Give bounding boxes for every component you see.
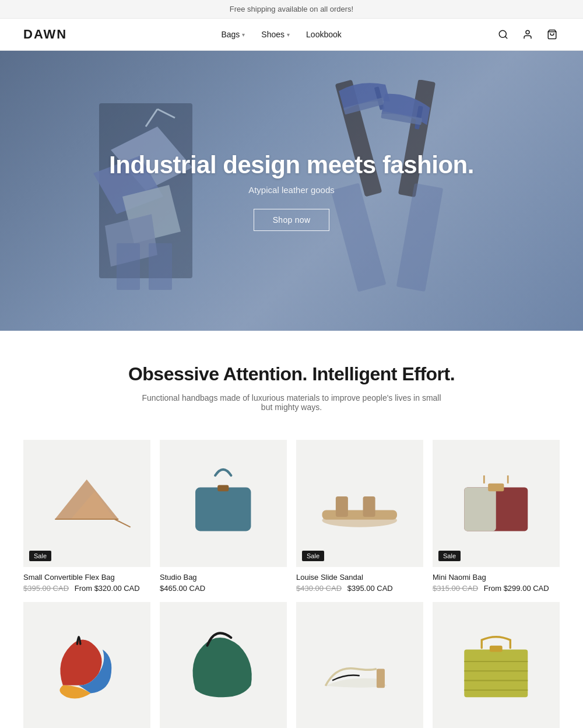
product-grid: Sale Small Convertible Flex Bag $395.00 … [0,426,583,728]
product-card-4[interactable]: Helix $470.00 CAD [23,602,150,728]
product-card-1[interactable]: Studio Bag $465.00 CAD [160,440,287,593]
svg-rect-11 [117,243,140,290]
announcement-text: Free shipping available on all orders! [230,5,353,13]
cart-icon [547,29,557,40]
product-image-0: Sale [23,440,150,567]
svg-rect-29 [336,496,348,517]
hero-subtitle: Atypical leather goods [109,185,474,195]
product-image-1 [160,440,287,567]
product-price-3: $315.00 CAD From $299.00 CAD [433,584,560,593]
product-svg-1 [175,456,271,551]
section-heading: Obsessive Attention. Intelligent Effort.… [0,331,583,426]
nav-bags[interactable]: Bags ▾ [221,30,245,39]
nav-shoes[interactable]: Shoes ▾ [261,30,290,39]
search-button[interactable] [496,27,511,42]
product-name-3: Mini Naomi Bag [433,573,560,582]
logo[interactable]: DAWN [23,27,67,42]
hero-section: Industrial design meets fashion. Atypica… [0,51,583,331]
svg-rect-30 [363,496,375,517]
product-svg-5 [175,618,271,713]
product-svg-4 [39,618,135,713]
svg-rect-25 [195,488,251,531]
chevron-down-icon: ▾ [287,32,290,38]
sale-badge-3: Sale [438,551,461,561]
header: DAWN Bags ▾ Shoes ▾ Lookbook [0,19,583,51]
product-svg-7 [448,618,544,713]
account-icon [522,29,533,40]
product-name-2: Louise Slide Sandal [296,573,423,582]
product-image-6 [296,602,423,728]
sale-price-2: $395.00 CAD [347,584,393,593]
main-nav: Bags ▾ Shoes ▾ Lookbook [221,30,341,39]
sale-price-0: From $320.00 CAD [75,584,140,593]
nav-lookbook[interactable]: Lookbook [306,30,342,39]
product-card-6[interactable]: Pleated Heel Mule $495.00 CAD [296,602,423,728]
product-card-0[interactable]: Sale Small Convertible Flex Bag $395.00 … [23,440,150,593]
product-card-7[interactable]: Brick $385.00 CAD [433,602,560,728]
product-image-5 [160,602,287,728]
announcement-bar: Free shipping available on all orders! [0,0,583,19]
sale-badge-0: Sale [29,551,51,561]
search-icon [498,29,508,40]
section-subtitle: Functional handbags made of luxurious ma… [140,393,443,412]
product-card-3[interactable]: Sale Mini Naomi Bag $315.00 CAD From $29… [433,440,560,593]
product-image-7 [433,602,560,728]
original-price-3: $315.00 CAD [433,584,478,593]
original-price-0: $395.00 CAD [23,584,69,593]
account-button[interactable] [520,27,535,42]
svg-line-1 [505,36,507,38]
product-name-1: Studio Bag [160,573,287,582]
product-svg-3 [448,456,544,551]
svg-rect-34 [488,484,504,492]
header-icons [496,27,560,42]
product-card-5[interactable]: Bo Ivy $390.00 CAD [160,602,287,728]
product-card-2[interactable]: Sale Louise Slide Sandal $430.00 CAD $39… [296,440,423,593]
chevron-down-icon: ▾ [242,32,245,38]
product-svg-6 [312,618,408,713]
hero-content: Industrial design meets fashion. Atypica… [109,151,474,231]
product-image-3: Sale [433,440,560,567]
product-svg-2 [312,456,408,551]
svg-rect-12 [149,243,172,290]
svg-rect-32 [465,488,497,531]
original-price-2: $430.00 CAD [296,584,342,593]
svg-rect-43 [490,646,503,652]
cart-button[interactable] [545,27,560,42]
svg-rect-28 [322,510,397,520]
svg-rect-26 [217,485,229,492]
sale-price-3: From $299.00 CAD [484,584,549,593]
product-price-1: $465.00 CAD [160,584,287,593]
section-title: Obsessive Attention. Intelligent Effort. [23,363,560,385]
product-image-4 [23,602,150,728]
svg-point-2 [526,30,529,34]
product-image-2: Sale [296,440,423,567]
product-name-0: Small Convertible Flex Bag [23,573,150,582]
hero-title: Industrial design meets fashion. [109,151,474,179]
product-price-2: $430.00 CAD $395.00 CAD [296,584,423,593]
product-svg-0 [39,456,135,551]
svg-rect-37 [377,669,385,688]
sale-badge-2: Sale [302,551,324,561]
price-1: $465.00 CAD [160,584,205,593]
shop-now-button[interactable]: Shop now [254,209,330,231]
product-price-0: $395.00 CAD From $320.00 CAD [23,584,150,593]
svg-line-24 [115,519,131,527]
